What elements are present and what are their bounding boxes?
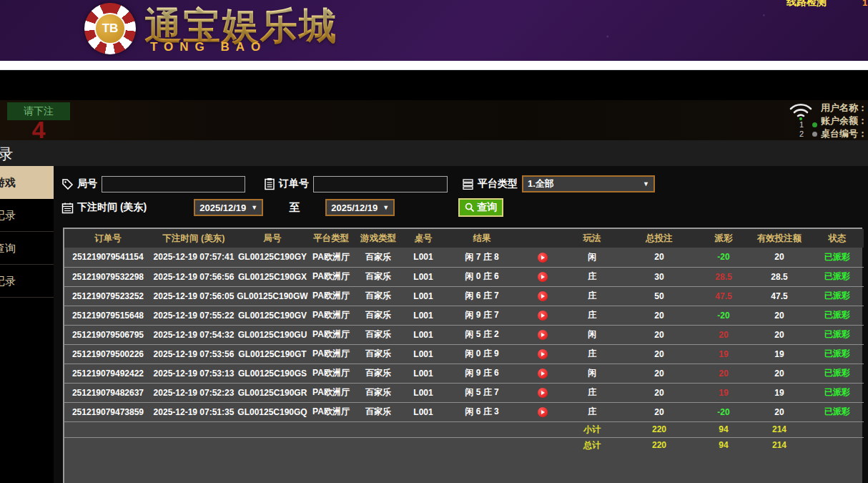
cell-platform: PA欧洲厅 <box>309 402 353 421</box>
round-no-input[interactable] <box>102 176 245 192</box>
date-to-select[interactable]: 2025/12/19 ▼ <box>325 199 395 216</box>
cell-valid-bet: 19 <box>748 344 811 364</box>
brand-header: TB 通宝娱乐城 TONG BAO 线路检测 1 <box>0 0 868 61</box>
play-video-icon[interactable] <box>538 330 548 340</box>
cell-total-bet: 20 <box>619 383 699 402</box>
cell-bet-time: 2025-12-19 07:56:05 <box>152 286 236 306</box>
play-video-icon[interactable] <box>538 311 548 321</box>
cell-result: 闲 0 庄 9 <box>443 344 521 364</box>
cell-total-bet: 20 <box>619 306 699 325</box>
bet-time-label: 下注时间 (美东) <box>77 201 147 214</box>
table-row[interactable]: 251219079473859 2025-12-19 07:51:35 GL00… <box>64 402 864 421</box>
cell-bet-time: 2025-12-19 07:52:23 <box>152 383 236 402</box>
bet-countdown: 4 <box>7 117 70 142</box>
subtotal-payout: 94 <box>699 421 748 437</box>
cell-platform: PA欧洲厅 <box>309 267 353 286</box>
line-check-link[interactable]: 线路检测 <box>786 0 827 9</box>
cell-bet-on: 庄 <box>565 286 619 306</box>
total-row: 总计 220 94 214 <box>64 437 864 453</box>
cell-replay <box>521 286 565 306</box>
column-header: 订单号 <box>64 229 152 248</box>
platform-type-select[interactable]: 1.全部 ▼ <box>522 175 655 192</box>
cell-bet-time: 2025-12-19 07:51:35 <box>152 402 236 421</box>
cell-round-no: GL00125C190GU <box>236 325 309 344</box>
cell-replay <box>521 383 565 402</box>
platform-type-label: 平台类型 <box>478 177 518 190</box>
filter-row-2: 下注时间 (美东) 2025/12/19 ▼ 至 2025/12/19 ▼ 查询 <box>61 198 503 217</box>
column-header: 下注时间 (美东) <box>152 229 236 248</box>
table-row[interactable]: 251219079492422 2025-12-19 07:53:13 GL00… <box>64 364 864 383</box>
cell-order-no: 251219079482637 <box>64 383 152 402</box>
sidebar-item-label: 游戏 <box>0 166 16 199</box>
play-video-icon[interactable] <box>538 272 548 282</box>
cell-platform: PA欧洲厅 <box>309 325 353 344</box>
cell-round-no: GL00125C190GQ <box>236 402 309 421</box>
cell-result: 闲 0 庄 6 <box>443 267 521 286</box>
table-row[interactable]: 251219079515648 2025-12-19 07:55:22 GL00… <box>64 306 864 325</box>
records-panel: 记录 游戏记录查询记录 局号 订单号 平台类型 <box>0 140 868 483</box>
search-button[interactable]: 查询 <box>458 198 503 217</box>
sidebar-item-2[interactable]: 查询 <box>0 232 54 265</box>
cell-total-bet: 20 <box>619 364 699 383</box>
cell-table-no: L001 <box>403 344 443 364</box>
date-to-value: 2025/12/19 <box>331 203 378 213</box>
cell-table-no: L001 <box>403 248 443 267</box>
sidebar-item-1[interactable]: 记录 <box>0 199 54 232</box>
total-payout: 94 <box>699 437 748 453</box>
play-video-icon[interactable] <box>538 349 548 359</box>
date-from-select[interactable]: 2025/12/19 ▼ <box>194 199 263 216</box>
cell-replay <box>521 325 565 344</box>
sidebar-item-3[interactable]: 记录 <box>0 265 54 298</box>
table-row[interactable]: 251219079523252 2025-12-19 07:56:05 GL00… <box>64 286 864 306</box>
cell-bet-time: 2025-12-19 07:55:22 <box>152 306 236 325</box>
line-option-1[interactable]: 1 <box>799 120 817 130</box>
cell-platform: PA欧洲厅 <box>309 364 353 383</box>
cell-total-bet: 20 <box>619 248 699 267</box>
cell-status: 已派彩 <box>811 248 864 267</box>
cell-payout: 47.5 <box>699 286 748 306</box>
cell-bet-time: 2025-12-19 07:54:32 <box>152 325 236 344</box>
play-video-icon[interactable] <box>538 291 548 301</box>
subtotal-label: 小计 <box>565 421 619 437</box>
balance-label: 账户余额： <box>821 114 868 127</box>
cell-round-no: GL00125C190GW <box>236 286 309 306</box>
line-2-status-dot <box>812 132 817 137</box>
line-option-2[interactable]: 2 <box>799 130 817 139</box>
page: TB 通宝娱乐城 TONG BAO 线路检测 1 请下注 4 1 2 用户名称：… <box>0 0 868 483</box>
cell-table-no: L001 <box>403 325 443 344</box>
column-header: 局号 <box>236 229 309 248</box>
cell-total-bet: 30 <box>619 267 699 286</box>
cell-replay <box>521 402 565 421</box>
play-video-icon[interactable] <box>538 369 548 379</box>
table-row[interactable]: 251219079532298 2025-12-19 07:56:56 GL00… <box>64 267 864 286</box>
table-number-label: 桌台编号： <box>821 127 868 140</box>
table-row[interactable]: 251219079500226 2025-12-19 07:53:56 GL00… <box>64 344 864 364</box>
cell-round-no: GL00125C190GS <box>236 364 309 383</box>
play-video-icon[interactable] <box>538 253 548 263</box>
cell-order-no: 251219079515648 <box>64 306 152 325</box>
cell-payout: -20 <box>699 402 748 421</box>
line-selector[interactable]: 1 2 <box>799 120 817 139</box>
cell-status: 已派彩 <box>811 325 864 344</box>
cell-payout: 19 <box>699 383 748 402</box>
column-header: 有效投注额 <box>748 229 811 248</box>
cell-bet-time: 2025-12-19 07:53:56 <box>152 344 236 364</box>
cell-order-no: 251219079492422 <box>64 364 152 383</box>
cell-table-no: L001 <box>403 306 443 325</box>
table-row[interactable]: 251219079482637 2025-12-19 07:52:23 GL00… <box>64 383 864 402</box>
cell-game-type: 百家乐 <box>353 383 403 402</box>
table-row[interactable]: 251219079506795 2025-12-19 07:54:32 GL00… <box>64 325 864 344</box>
panel-title-bar: 记录 <box>0 140 868 166</box>
cell-valid-bet: 20 <box>748 402 811 421</box>
column-header: 状态 <box>811 229 864 248</box>
cell-status: 已派彩 <box>811 344 864 364</box>
search-icon <box>465 203 475 213</box>
play-video-icon[interactable] <box>538 388 548 398</box>
cell-bet-time: 2025-12-19 07:56:56 <box>152 267 236 286</box>
page-title: 记录 <box>0 144 13 164</box>
play-video-icon[interactable] <box>538 407 548 417</box>
line-1-status-dot <box>812 122 817 127</box>
order-no-input[interactable] <box>313 176 448 192</box>
cell-valid-bet: 19 <box>748 383 811 402</box>
table-row[interactable]: 251219079541154 2025-12-19 07:57:41 GL00… <box>64 248 864 267</box>
